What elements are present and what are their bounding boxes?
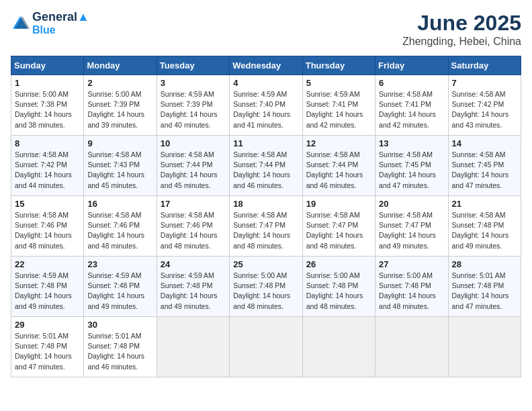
calendar-body: 1 Sunrise: 5:00 AMSunset: 7:38 PMDayligh…: [11, 75, 521, 377]
day-of-week-header: Thursday: [302, 56, 375, 75]
cell-info: Sunrise: 4:59 AMSunset: 7:39 PMDaylight:…: [161, 90, 218, 129]
calendar-cell: 6 Sunrise: 4:58 AMSunset: 7:41 PMDayligh…: [375, 75, 448, 136]
calendar-cell: [448, 317, 521, 377]
calendar-table: SundayMondayTuesdayWednesdayThursdayFrid…: [11, 56, 521, 377]
cell-info: Sunrise: 4:59 AMSunset: 7:40 PMDaylight:…: [233, 90, 290, 129]
logo-icon: [11, 14, 30, 33]
calendar-cell: 4 Sunrise: 4:59 AMSunset: 7:40 PMDayligh…: [230, 75, 302, 136]
calendar-cell: 5 Sunrise: 4:59 AMSunset: 7:41 PMDayligh…: [302, 75, 375, 136]
calendar-cell: [375, 317, 448, 377]
calendar-cell: 13 Sunrise: 4:58 AMSunset: 7:45 PMDaylig…: [375, 136, 448, 196]
day-number: 25: [233, 259, 298, 269]
calendar-cell: 7 Sunrise: 4:58 AMSunset: 7:42 PMDayligh…: [448, 75, 521, 136]
cell-info: Sunrise: 5:00 AMSunset: 7:48 PMDaylight:…: [379, 271, 436, 310]
calendar-cell: 21 Sunrise: 4:58 AMSunset: 7:48 PMDaylig…: [448, 196, 521, 257]
day-number: 3: [161, 78, 226, 88]
cell-info: Sunrise: 4:58 AMSunset: 7:45 PMDaylight:…: [379, 150, 436, 189]
day-number: 15: [15, 199, 80, 209]
month-title: June 2025: [402, 11, 521, 36]
cell-info: Sunrise: 4:58 AMSunset: 7:42 PMDaylight:…: [15, 150, 72, 189]
calendar-cell: [302, 317, 375, 377]
day-number: 20: [379, 199, 444, 209]
calendar-cell: 22 Sunrise: 4:59 AMSunset: 7:48 PMDaylig…: [11, 257, 84, 317]
day-number: 22: [15, 259, 80, 269]
calendar-cell: 26 Sunrise: 5:00 AMSunset: 7:48 PMDaylig…: [302, 257, 375, 317]
day-number: 13: [379, 138, 444, 148]
cell-info: Sunrise: 4:58 AMSunset: 7:44 PMDaylight:…: [161, 150, 218, 189]
calendar-cell: 28 Sunrise: 5:01 AMSunset: 7:48 PMDaylig…: [448, 257, 521, 317]
calendar-cell: 14 Sunrise: 4:58 AMSunset: 7:45 PMDaylig…: [448, 136, 521, 196]
day-number: 28: [452, 259, 517, 269]
day-number: 12: [306, 138, 371, 148]
calendar-cell: 25 Sunrise: 5:00 AMSunset: 7:48 PMDaylig…: [230, 257, 302, 317]
day-number: 4: [233, 78, 298, 88]
calendar-cell: 10 Sunrise: 4:58 AMSunset: 7:44 PMDaylig…: [157, 136, 229, 196]
day-number: 18: [233, 199, 298, 209]
day-of-week-header: Tuesday: [157, 56, 229, 75]
cell-info: Sunrise: 4:58 AMSunset: 7:41 PMDaylight:…: [379, 90, 436, 129]
day-number: 23: [87, 259, 152, 269]
cell-info: Sunrise: 4:58 AMSunset: 7:46 PMDaylight:…: [15, 211, 72, 250]
cell-info: Sunrise: 4:59 AMSunset: 7:48 PMDaylight:…: [87, 271, 144, 310]
day-number: 9: [87, 138, 152, 148]
day-number: 19: [306, 199, 371, 209]
calendar-cell: 19 Sunrise: 4:58 AMSunset: 7:47 PMDaylig…: [302, 196, 375, 257]
cell-info: Sunrise: 4:58 AMSunset: 7:47 PMDaylight:…: [379, 211, 436, 250]
cell-info: Sunrise: 4:58 AMSunset: 7:46 PMDaylight:…: [161, 211, 218, 250]
day-of-week-header: Sunday: [11, 56, 84, 75]
cell-info: Sunrise: 4:58 AMSunset: 7:48 PMDaylight:…: [452, 211, 509, 250]
calendar-cell: 1 Sunrise: 5:00 AMSunset: 7:38 PMDayligh…: [11, 75, 84, 136]
day-of-week-header: Saturday: [448, 56, 521, 75]
day-number: 16: [87, 199, 152, 209]
day-number: 26: [306, 259, 371, 269]
cell-info: Sunrise: 4:59 AMSunset: 7:48 PMDaylight:…: [161, 271, 218, 310]
calendar-cell: 2 Sunrise: 5:00 AMSunset: 7:39 PMDayligh…: [84, 75, 157, 136]
day-number: 24: [161, 259, 226, 269]
title-area: June 2025 Zhengding, Hebei, China: [402, 11, 521, 48]
calendar-cell: 20 Sunrise: 4:58 AMSunset: 7:47 PMDaylig…: [375, 196, 448, 257]
calendar-cell: 18 Sunrise: 4:58 AMSunset: 7:47 PMDaylig…: [230, 196, 302, 257]
calendar-header-row: SundayMondayTuesdayWednesdayThursdayFrid…: [11, 56, 521, 75]
day-number: 11: [233, 138, 298, 148]
calendar-cell: [230, 317, 302, 377]
location-title: Zhengding, Hebei, China: [402, 36, 521, 48]
logo-text: General▲ Blue: [32, 11, 89, 36]
day-number: 7: [452, 78, 517, 88]
day-number: 6: [379, 78, 444, 88]
calendar-cell: 12 Sunrise: 4:58 AMSunset: 7:44 PMDaylig…: [302, 136, 375, 196]
calendar-week-row: 22 Sunrise: 4:59 AMSunset: 7:48 PMDaylig…: [11, 257, 521, 317]
calendar-cell: 16 Sunrise: 4:58 AMSunset: 7:46 PMDaylig…: [84, 196, 157, 257]
day-number: 8: [15, 138, 80, 148]
cell-info: Sunrise: 5:00 AMSunset: 7:39 PMDaylight:…: [87, 90, 144, 129]
calendar-cell: [157, 317, 229, 377]
day-number: 14: [452, 138, 517, 148]
calendar-cell: 8 Sunrise: 4:58 AMSunset: 7:42 PMDayligh…: [11, 136, 84, 196]
calendar-cell: 17 Sunrise: 4:58 AMSunset: 7:46 PMDaylig…: [157, 196, 229, 257]
calendar-cell: 3 Sunrise: 4:59 AMSunset: 7:39 PMDayligh…: [157, 75, 229, 136]
cell-info: Sunrise: 4:58 AMSunset: 7:42 PMDaylight:…: [452, 90, 509, 129]
calendar-cell: 9 Sunrise: 4:58 AMSunset: 7:43 PMDayligh…: [84, 136, 157, 196]
calendar-cell: 23 Sunrise: 4:59 AMSunset: 7:48 PMDaylig…: [84, 257, 157, 317]
cell-info: Sunrise: 4:59 AMSunset: 7:48 PMDaylight:…: [15, 271, 72, 310]
day-number: 21: [452, 199, 517, 209]
calendar-cell: 30 Sunrise: 5:01 AMSunset: 7:48 PMDaylig…: [84, 317, 157, 377]
cell-info: Sunrise: 4:58 AMSunset: 7:47 PMDaylight:…: [233, 211, 290, 250]
calendar-week-row: 1 Sunrise: 5:00 AMSunset: 7:38 PMDayligh…: [11, 75, 521, 136]
cell-info: Sunrise: 5:01 AMSunset: 7:48 PMDaylight:…: [15, 332, 72, 371]
calendar-week-row: 15 Sunrise: 4:58 AMSunset: 7:46 PMDaylig…: [11, 196, 521, 257]
cell-info: Sunrise: 5:00 AMSunset: 7:48 PMDaylight:…: [306, 271, 363, 310]
logo: General▲ Blue: [11, 11, 89, 36]
day-number: 5: [306, 78, 371, 88]
day-number: 30: [87, 320, 152, 330]
day-number: 2: [87, 78, 152, 88]
calendar-week-row: 8 Sunrise: 4:58 AMSunset: 7:42 PMDayligh…: [11, 136, 521, 196]
cell-info: Sunrise: 4:58 AMSunset: 7:47 PMDaylight:…: [306, 211, 363, 250]
calendar-cell: 15 Sunrise: 4:58 AMSunset: 7:46 PMDaylig…: [11, 196, 84, 257]
day-of-week-header: Friday: [375, 56, 448, 75]
cell-info: Sunrise: 5:00 AMSunset: 7:38 PMDaylight:…: [15, 90, 72, 129]
cell-info: Sunrise: 5:01 AMSunset: 7:48 PMDaylight:…: [452, 271, 509, 310]
cell-info: Sunrise: 4:59 AMSunset: 7:41 PMDaylight:…: [306, 90, 363, 129]
cell-info: Sunrise: 5:01 AMSunset: 7:48 PMDaylight:…: [87, 332, 144, 371]
day-number: 1: [15, 78, 80, 88]
day-number: 29: [15, 320, 80, 330]
